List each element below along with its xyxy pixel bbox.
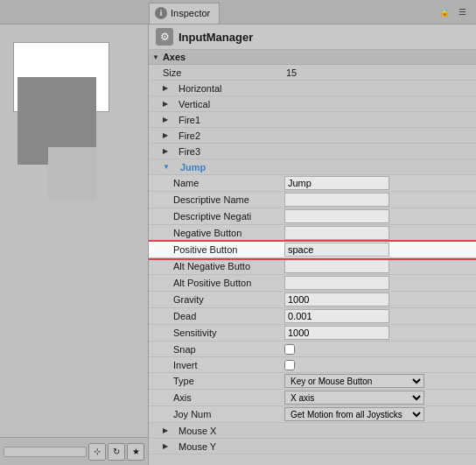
sensitivity-row: Sensitivity	[149, 325, 476, 342]
neg-button-input[interactable]	[284, 226, 389, 240]
horizontal-triangle: ▶	[149, 84, 168, 92]
gear-icon: ⚙	[156, 28, 173, 46]
axes-label: Axes	[163, 52, 186, 62]
horizontal-scrollbar[interactable]	[4, 447, 87, 457]
move-btn[interactable]: ⊹	[88, 443, 106, 461]
jump-row[interactable]: ▼ Jump	[149, 159, 476, 175]
mouse-x-label: Mouse X	[172, 426, 307, 436]
left-panel: ⊹ ↻ ★	[0, 25, 149, 465]
menu-icon[interactable]: ☰	[455, 5, 469, 19]
vertical-row[interactable]: ▶ Vertical	[149, 96, 476, 112]
joy-num-label: Joy Num	[149, 409, 284, 419]
scale-btn[interactable]: ★	[127, 443, 144, 461]
alt-pos-input[interactable]	[284, 276, 389, 290]
mouse-x-row[interactable]: ▶ Mouse X	[149, 423, 476, 439]
inspector-tab-icon: i	[155, 7, 167, 19]
gravity-input[interactable]	[284, 292, 389, 306]
pos-button-label: Positive Button	[149, 244, 284, 255]
axis-label: Axis	[149, 392, 284, 403]
descriptive-name-label: Descriptive Name	[149, 194, 284, 205]
inspector-tab[interactable]: i Inspector	[149, 3, 220, 24]
mouse-y-triangle: ▶	[149, 442, 168, 450]
fire1-row[interactable]: ▶ Fire1	[149, 112, 476, 128]
dead-label: Dead	[149, 311, 284, 321]
content-area: ⊹ ↻ ★ ⚙ InputManager ▼ Axes Size	[0, 25, 476, 465]
left-bottom-bar: ⊹ ↻ ★	[0, 437, 148, 465]
jump-triangle: ▼	[149, 163, 170, 171]
invert-row: Invert	[149, 357, 476, 373]
mouse-y-label: Mouse Y	[172, 441, 307, 452]
tab-right-icons: 🔒 ☰	[438, 5, 469, 19]
axis-dropdown[interactable]: X axis	[284, 391, 424, 405]
fire2-row[interactable]: ▶ Fire2	[149, 128, 476, 144]
horizontal-label: Horizontal	[172, 83, 307, 94]
invert-label: Invert	[149, 360, 284, 370]
vertical-label: Vertical	[172, 99, 307, 109]
axes-section-header[interactable]: ▼ Axes	[149, 50, 476, 65]
inspector-header: ⚙ InputManager	[149, 25, 476, 50]
size-value: 15	[284, 67, 476, 78]
neg-button-row: Negative Button	[149, 225, 476, 242]
alt-pos-row: Alt Positive Button	[149, 275, 476, 292]
type-dropdown[interactable]: Key or Mouse Button	[284, 374, 424, 388]
inspector-content: ▼ Axes Size 15 ▶ Horizontal ▶ Vertical	[149, 50, 476, 465]
pos-button-row: Positive Button	[149, 242, 476, 258]
mouse-x-triangle: ▶	[149, 426, 168, 434]
neg-button-label: Negative Button	[149, 228, 284, 238]
axis-row: Axis X axis	[149, 390, 476, 406]
fire1-triangle: ▶	[149, 116, 168, 123]
horizontal-row[interactable]: ▶ Horizontal	[149, 81, 476, 96]
alt-neg-label: Alt Negative Butto	[149, 261, 284, 271]
snap-row: Snap	[149, 342, 476, 357]
snap-checkbox[interactable]	[284, 344, 295, 355]
fire3-label: Fire3	[172, 146, 307, 157]
fire2-triangle: ▶	[149, 131, 168, 139]
descriptive-neg-input[interactable]	[284, 209, 389, 223]
sensitivity-input[interactable]	[284, 326, 389, 340]
gravity-label: Gravity	[149, 294, 284, 305]
canvas-rect-2	[18, 77, 96, 165]
scene-canvas	[0, 25, 148, 437]
invert-checkbox[interactable]	[284, 360, 295, 370]
size-row: Size 15	[149, 65, 476, 81]
name-input[interactable]	[284, 176, 389, 190]
jump-properties: Name Descriptive Name Descriptive Negati	[149, 175, 476, 423]
name-label: Name	[149, 178, 284, 188]
inspector-panel: ⚙ InputManager ▼ Axes Size 15 ▶ Hor	[149, 25, 476, 465]
alt-neg-row: Alt Negative Butto	[149, 258, 476, 275]
alt-pos-label: Alt Positive Button	[149, 278, 284, 288]
fire1-label: Fire1	[172, 115, 307, 125]
name-row: Name	[149, 175, 476, 192]
axes-triangle: ▼	[152, 53, 159, 61]
canvas-rect-inner	[48, 147, 96, 200]
vertical-triangle: ▶	[149, 100, 168, 108]
alt-neg-input[interactable]	[284, 259, 389, 273]
gravity-row: Gravity	[149, 292, 476, 308]
descriptive-name-input[interactable]	[284, 193, 389, 207]
rotate-btn[interactable]: ↻	[108, 443, 125, 461]
descriptive-neg-row: Descriptive Negati	[149, 208, 476, 225]
joy-num-dropdown[interactable]: Get Motion from all Joysticks	[284, 407, 424, 421]
type-row: Type Key or Mouse Button	[149, 373, 476, 390]
dead-input[interactable]	[284, 309, 389, 323]
tab-bar: i Inspector 🔒 ☰	[0, 0, 476, 25]
fire3-row[interactable]: ▶ Fire3	[149, 144, 476, 159]
snap-label: Snap	[149, 344, 284, 355]
pos-button-input[interactable]	[284, 243, 389, 257]
inspector-tab-label: Inspector	[171, 8, 210, 18]
jump-label: Jump	[173, 162, 309, 173]
descriptive-neg-label: Descriptive Negati	[149, 211, 284, 222]
sensitivity-label: Sensitivity	[149, 328, 284, 338]
inspector-title: InputManager	[178, 31, 469, 44]
fire3-triangle: ▶	[149, 147, 168, 155]
fire2-label: Fire2	[172, 130, 307, 141]
mouse-y-row[interactable]: ▶ Mouse Y	[149, 439, 476, 454]
dead-row: Dead	[149, 308, 476, 325]
main-container: i Inspector 🔒 ☰ ⊹ ↻ ★	[0, 0, 476, 465]
joy-num-row: Joy Num Get Motion from all Joysticks	[149, 406, 476, 423]
descriptive-name-row: Descriptive Name	[149, 192, 476, 208]
lock-icon[interactable]: 🔒	[438, 5, 452, 19]
size-label: Size	[149, 67, 284, 78]
type-label: Type	[149, 376, 284, 386]
